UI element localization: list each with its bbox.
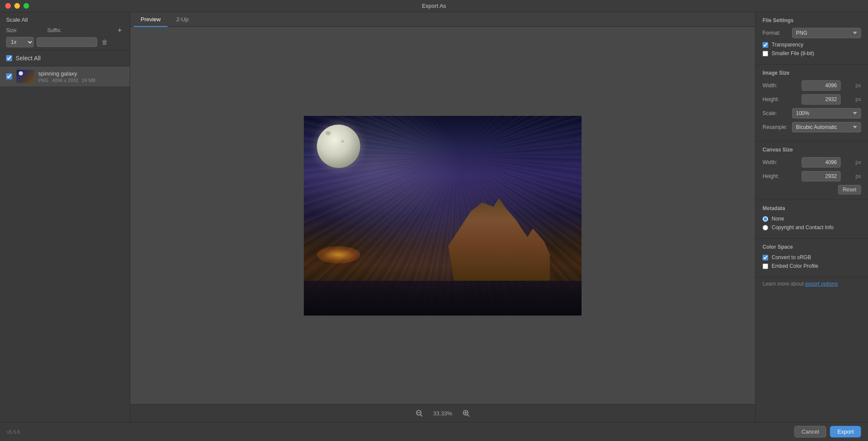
preview-area: [130, 27, 755, 404]
svg-line-4: [467, 415, 469, 416]
image-scale-row: Scale: 100% 50% 75% 200%: [763, 108, 861, 118]
file-thumbnail: [16, 70, 34, 83]
tabs-bar: Preview 2-Up: [130, 12, 755, 27]
image-height-label: Height:: [763, 96, 789, 102]
transparency-label[interactable]: Transparency: [772, 42, 803, 48]
file-dimensions: 4096 x 2932: [52, 78, 79, 83]
reset-button[interactable]: Reset: [838, 185, 861, 194]
learn-more-row: Learn more about export options: [756, 277, 868, 290]
format-select[interactable]: PNG JPEG GIF SVG WebP: [792, 28, 861, 38]
file-settings-title: File Settings: [763, 17, 861, 23]
delete-scale-button[interactable]: 🗑: [100, 39, 109, 46]
title-bar: Export As: [0, 0, 868, 12]
image-size-title: Image Size: [763, 70, 861, 76]
preview-image: [304, 116, 582, 316]
canvas-width-label: Width:: [763, 159, 789, 165]
zoom-out-button[interactable]: [414, 408, 424, 418]
smaller-file-checkbox[interactable]: [763, 51, 768, 56]
zoom-level: 33.33%: [430, 410, 456, 417]
convert-srgb-checkbox[interactable]: [763, 255, 768, 260]
convert-srgb-label[interactable]: Convert to sRGB: [772, 254, 811, 260]
scale-all-label: Scale All: [6, 16, 124, 23]
zoom-in-button[interactable]: [461, 408, 471, 418]
file-list-item[interactable]: spinning galaxy PNG 4096 x 2932 24 MB: [0, 66, 130, 87]
ship-element: [443, 194, 556, 281]
select-all-row: Select All: [0, 50, 130, 66]
export-button[interactable]: Export: [830, 426, 861, 438]
transparency-checkbox[interactable]: [763, 42, 768, 48]
scale-all-section: Scale All Size: Suffix: + 1x 2x 3x 0.5x …: [0, 12, 130, 50]
embed-color-checkbox[interactable]: [763, 263, 768, 269]
canvas-size-section: Canvas Size Width: px Height: px Reset: [756, 142, 868, 200]
file-settings-section: File Settings Format: PNG JPEG GIF SVG W…: [756, 12, 868, 65]
main-layout: Scale All Size: Suffix: + 1x 2x 3x 0.5x …: [0, 12, 868, 422]
image-size-section: Image Size Width: px Height: px Scale: 1…: [756, 65, 868, 142]
suffix-input[interactable]: [36, 37, 97, 47]
canvas-width-unit: px: [855, 159, 861, 165]
minimize-button[interactable]: [14, 3, 20, 9]
embed-color-label[interactable]: Embed Color Profile: [772, 263, 818, 269]
cancel-button[interactable]: Cancel: [794, 426, 826, 438]
svg-line-1: [421, 415, 422, 416]
maximize-button[interactable]: [23, 3, 29, 9]
suffix-label: Suffix:: [47, 27, 62, 33]
image-width-input[interactable]: [802, 80, 841, 91]
scale-inputs-row: 1x 2x 3x 0.5x 🗑: [6, 37, 124, 47]
scale-select[interactable]: 1x 2x 3x 0.5x: [6, 37, 34, 47]
canvas-height-input[interactable]: [802, 171, 841, 181]
image-width-unit: px: [855, 82, 861, 89]
metadata-none-row: None: [763, 216, 861, 222]
horizon-glow: [317, 246, 360, 263]
image-height-input[interactable]: [802, 94, 841, 105]
close-button[interactable]: [5, 3, 11, 9]
embed-color-row: Embed Color Profile: [763, 263, 861, 269]
center-panel: Preview 2-Up 33.33%: [130, 12, 755, 422]
version-text: v5.5.6: [7, 429, 20, 434]
left-panel: Scale All Size: Suffix: + 1x 2x 3x 0.5x …: [0, 12, 130, 422]
file-meta: PNG 4096 x 2932 24 MB: [38, 78, 95, 83]
select-all-checkbox[interactable]: [6, 55, 12, 61]
metadata-copyright-radio[interactable]: [763, 225, 768, 230]
image-width-row: Width: px: [763, 80, 861, 91]
tab-preview[interactable]: Preview: [134, 13, 168, 27]
format-label: Format:: [763, 30, 789, 36]
file-info: spinning galaxy PNG 4096 x 2932 24 MB: [38, 70, 95, 83]
color-space-section: Color Space Convert to sRGB Embed Color …: [756, 239, 868, 277]
metadata-copyright-label[interactable]: Copyright and Contact Info: [772, 224, 834, 230]
tab-2up[interactable]: 2-Up: [169, 13, 195, 27]
image-scale-select[interactable]: 100% 50% 75% 200%: [792, 108, 861, 118]
file-item-checkbox[interactable]: [6, 73, 12, 79]
convert-srgb-row: Convert to sRGB: [763, 254, 861, 260]
metadata-none-radio[interactable]: [763, 216, 768, 222]
add-scale-button[interactable]: +: [115, 26, 124, 34]
right-panel: File Settings Format: PNG JPEG GIF SVG W…: [755, 12, 868, 422]
window-title: Export As: [422, 3, 446, 9]
resample-select[interactable]: Bicubic Automatic Bilinear Nearest Neigh…: [792, 122, 861, 132]
canvas-width-input[interactable]: [802, 157, 841, 168]
canvas-height-label: Height:: [763, 173, 789, 179]
image-height-row: Height: px: [763, 94, 861, 105]
size-label: Size:: [6, 27, 18, 33]
image-height-unit: px: [855, 96, 861, 102]
smaller-file-row: Smaller File (8-bit): [763, 50, 861, 56]
metadata-section: Metadata None Copyright and Contact Info: [756, 200, 868, 239]
canvas-height-unit: px: [855, 173, 861, 179]
metadata-title: Metadata: [763, 205, 861, 211]
size-suffix-labels-row: Size: Suffix: +: [6, 26, 124, 34]
image-scale-label: Scale:: [763, 110, 789, 116]
resample-row: Resample: Bicubic Automatic Bilinear Nea…: [763, 122, 861, 132]
file-name: spinning galaxy: [38, 70, 95, 77]
smaller-file-label[interactable]: Smaller File (8-bit): [772, 50, 814, 56]
image-width-label: Width:: [763, 82, 789, 89]
canvas-height-row: Height: px: [763, 171, 861, 181]
metadata-none-label[interactable]: None: [772, 216, 784, 222]
bottom-bar: v5.5.6 Cancel Export: [0, 422, 868, 441]
metadata-copyright-row: Copyright and Contact Info: [763, 224, 861, 230]
learn-more-text: Learn more about: [763, 281, 804, 287]
canvas-size-title: Canvas Size: [763, 147, 861, 153]
transparency-row: Transparency: [763, 42, 861, 48]
water-element: [304, 281, 582, 316]
select-all-text[interactable]: Select All: [16, 55, 41, 62]
export-options-link[interactable]: export options: [805, 281, 838, 287]
format-row: Format: PNG JPEG GIF SVG WebP: [763, 28, 861, 38]
